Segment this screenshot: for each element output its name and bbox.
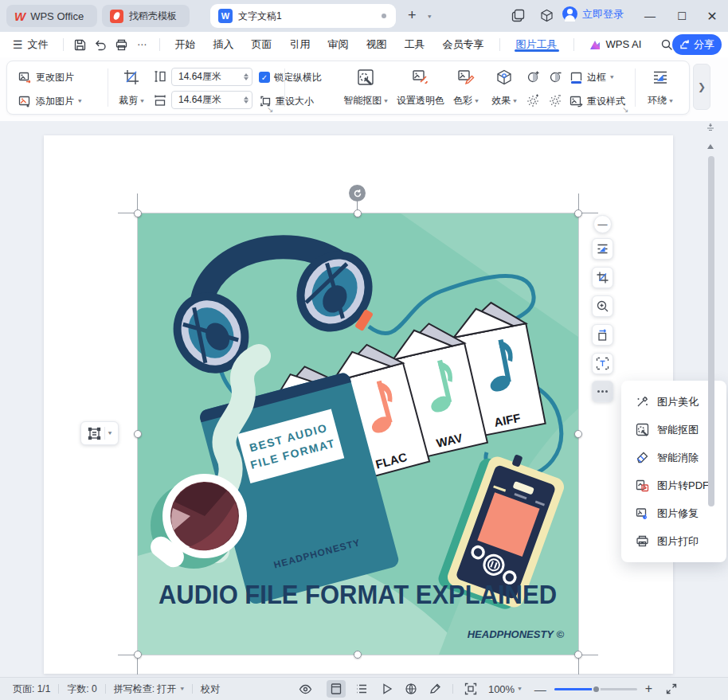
add-picture-button[interactable]: 添加图片 ▾	[18, 92, 82, 111]
view-page-button[interactable]	[327, 680, 346, 698]
float-rotate-button[interactable]	[592, 324, 613, 346]
vertical-scrollbar[interactable]	[708, 156, 714, 506]
app-menu-button[interactable]: W WPS Office	[6, 5, 97, 27]
menu-page[interactable]: 页面	[243, 32, 281, 57]
tab-document-active[interactable]: W 文字文稿1	[210, 4, 396, 28]
contrast-up-button[interactable]	[526, 69, 541, 84]
menu-view[interactable]: 视图	[358, 32, 396, 57]
selection-options-widget[interactable]: ▾	[80, 421, 119, 445]
tab-list-chevron-icon[interactable]: ▾	[428, 14, 432, 20]
login-button[interactable]: 立即登录	[562, 6, 624, 22]
change-picture-button[interactable]: 更改图片	[18, 68, 74, 87]
audio-format-illustration: AIFF WAV FLAC	[138, 213, 578, 655]
menu-home[interactable]: 开始	[166, 32, 205, 57]
float-zoom-button[interactable]	[592, 295, 613, 317]
hamburger-icon: ☰	[13, 38, 23, 51]
zoom-in-button[interactable]: +	[645, 682, 652, 696]
collapse-toolbar-button[interactable]: —	[593, 215, 612, 233]
change-picture-label: 更改图片	[36, 71, 74, 84]
wps-ai-button[interactable]: WPS AI	[581, 32, 651, 57]
zoom-slider-fill	[554, 688, 596, 690]
wrap-button[interactable]: 环绕▾	[641, 66, 679, 110]
menu-review[interactable]: 审阅	[319, 32, 358, 57]
maximize-button[interactable]: ☐	[674, 8, 690, 24]
unsaved-dot-icon	[382, 14, 386, 18]
view-slideshow-button[interactable]	[378, 680, 397, 698]
effect-icon	[495, 68, 513, 86]
border-button[interactable]: 边框 ▾	[569, 68, 614, 87]
height-input[interactable]: 14.64厘米	[171, 68, 252, 86]
smart-cutout-icon	[636, 423, 649, 436]
undo-button[interactable]	[91, 35, 112, 54]
scroll-up-arrow-icon[interactable]	[706, 142, 715, 151]
selected-picture[interactable]: AIFF WAV FLAC	[138, 213, 578, 655]
resize-handle-s[interactable]	[354, 651, 362, 659]
resize-handle-e[interactable]	[574, 430, 582, 438]
word-count[interactable]: 字数: 0	[67, 682, 96, 696]
print-button[interactable]	[112, 35, 132, 54]
dialog-launcher-icon[interactable]: ↘	[267, 106, 273, 114]
float-wrap-button[interactable]	[592, 238, 613, 260]
fit-page-button[interactable]	[461, 680, 480, 698]
workspace-cube-icon[interactable]	[540, 9, 554, 22]
resize-handle-se[interactable]	[574, 651, 582, 659]
resize-handle-ne[interactable]	[574, 209, 582, 217]
effect-button[interactable]: 效果▾	[485, 66, 523, 110]
zoom-slider[interactable]	[554, 688, 637, 690]
save-button[interactable]	[70, 35, 91, 54]
spinner-arrows-icon[interactable]	[244, 96, 249, 104]
document-canvas[interactable]: AIFF WAV FLAC	[0, 121, 728, 677]
resize-handle-n[interactable]	[354, 209, 362, 217]
lock-aspect-checkbox[interactable]: ✓ 锁定纵横比	[259, 68, 322, 87]
rotate-handle[interactable]	[349, 185, 366, 201]
width-input[interactable]: 14.64厘米	[171, 91, 252, 109]
view-web-button[interactable]	[401, 680, 421, 698]
proofread-button[interactable]: 校对	[201, 682, 220, 696]
ink-pen-button[interactable]	[425, 680, 444, 698]
view-outline-button[interactable]	[352, 680, 371, 698]
set-transparent-button[interactable]: 设置透明色	[396, 66, 445, 110]
contrast-down-button[interactable]	[549, 69, 563, 84]
color-button[interactable]: 色彩▾	[447, 66, 485, 110]
resize-handle-w[interactable]	[134, 430, 142, 438]
close-button[interactable]: ✕	[704, 8, 720, 24]
menu-member[interactable]: 会员专享	[434, 32, 493, 57]
fullscreen-button[interactable]	[662, 680, 681, 698]
chevron-down-icon[interactable]: ▾	[108, 430, 112, 436]
zoom-out-button[interactable]: —	[534, 682, 546, 696]
reading-eye-button[interactable]	[296, 680, 315, 698]
smart-cutout-button[interactable]: 智能抠图▾	[340, 66, 391, 110]
resize-handle-sw[interactable]	[134, 651, 142, 659]
float-more-button[interactable]	[592, 381, 613, 402]
zoom-level-control[interactable]: 100% ▾	[488, 683, 522, 695]
menu-reference[interactable]: 引用	[281, 32, 319, 57]
page-indicator[interactable]: 页面: 1/1	[13, 682, 50, 696]
window-stack-icon[interactable]	[511, 9, 525, 22]
minimize-button[interactable]: —	[642, 8, 658, 24]
tab-picture-tools[interactable]: 图片工具	[507, 37, 567, 52]
brightness-up-button[interactable]	[526, 93, 541, 108]
float-crop-button[interactable]	[592, 267, 613, 288]
hide-ribbon-icon[interactable]	[706, 123, 715, 132]
float-extract-text-button[interactable]	[592, 353, 613, 374]
ribbon-expand-button[interactable]: ❯	[693, 64, 710, 110]
dialog-launcher-icon[interactable]: ↘	[622, 106, 628, 114]
menu-tools[interactable]: 工具	[396, 32, 434, 57]
more-quick-icons-button[interactable]: ⋯	[132, 35, 153, 54]
brightness-down-button[interactable]	[549, 93, 563, 108]
divider	[284, 68, 285, 107]
zoom-slider-thumb[interactable]	[592, 685, 601, 694]
color-label: 色彩	[453, 94, 472, 108]
tab-docer-templates[interactable]: 找稻壳模板	[102, 5, 190, 27]
spellcheck-toggle[interactable]: 拼写检查: 打开 ▾	[114, 682, 184, 696]
resize-handle-nw[interactable]	[134, 209, 142, 217]
rotate-button[interactable]: 旋	[681, 66, 690, 110]
menu-insert[interactable]: 插入	[205, 32, 243, 57]
spinner-arrows-icon[interactable]	[244, 73, 249, 80]
crop-button[interactable]: 裁剪▾	[112, 66, 151, 110]
file-menu[interactable]: ☰ 文件	[0, 37, 57, 52]
new-tab-button[interactable]: +	[408, 8, 417, 22]
share-button[interactable]: 分享	[672, 34, 722, 55]
menu-item-print[interactable]: 图片打印	[621, 527, 726, 555]
reset-style-button[interactable]: 重设样式	[569, 92, 625, 111]
